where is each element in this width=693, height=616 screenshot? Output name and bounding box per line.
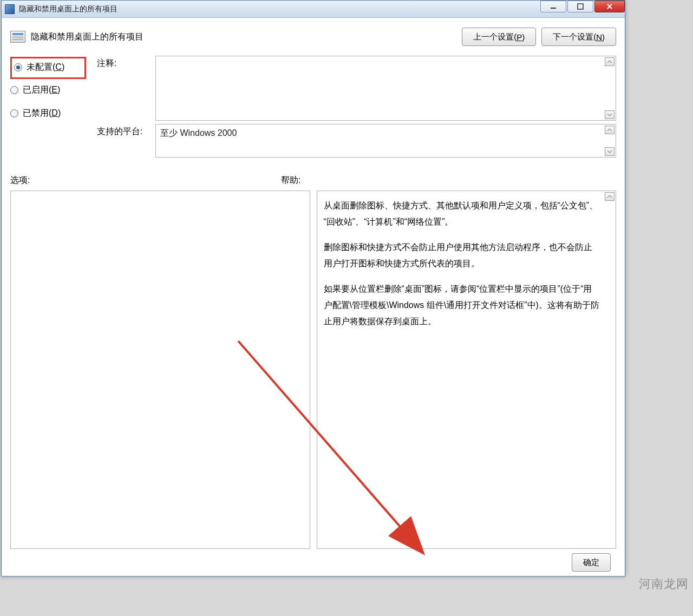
help-paragraph: 如果要从位置栏删除“桌面”图标，请参阅“位置栏中显示的项目”(位于“用户配置\管… [324,281,601,329]
radio-not-configured[interactable]: 未配置(C) [14,62,80,73]
scroll-up-button[interactable] [605,126,614,134]
nav-buttons: 上一个设置(P) 下一个设置(N) [462,28,616,46]
fields-column: 注释: 支持的平台: 至少 Windows 2000 [97,56,616,161]
radio-icon [10,86,18,94]
scroll-up-button[interactable] [605,57,614,66]
ok-button[interactable]: 确定 [572,553,611,572]
minimize-button[interactable] [540,1,566,12]
config-row: 未配置(C) 已启用(E) 已禁用(D) 注释: [10,56,616,161]
footer: 确定 [10,549,616,576]
radio-disabled[interactable]: 已禁用(D) [10,108,97,119]
svg-rect-1 [578,4,583,9]
options-label: 选项: [10,175,281,186]
chevron-up-icon [607,195,612,198]
radio-enabled-label: 已启用(E) [23,84,60,96]
radio-icon [10,109,18,117]
titlebar: 隐藏和禁用桌面上的所有项目 [2,1,625,18]
radio-not-configured-label: 未配置(C) [27,62,64,73]
previous-setting-button[interactable]: 上一个设置(P) [462,28,536,46]
help-paragraph: 删除图标和快捷方式不会防止用户使用其他方法启动程序，也不会防止用户打开图标和快捷… [324,239,601,271]
policy-icon [10,31,25,43]
scroll-down-button[interactable] [605,147,614,156]
highlight-annotation: 未配置(C) [10,57,86,79]
panels-row: 从桌面删除图标、快捷方式、其他默认项和用户定义项，包括“公文包”、“回收站”、“… [10,191,616,549]
platform-label: 支持的平台: [97,124,155,158]
header-row: 隐藏和禁用桌面上的所有项目 上一个设置(P) 下一个设置(N) [10,28,616,46]
chevron-up-icon [607,60,612,63]
svg-rect-0 [551,8,556,9]
comment-label: 注释: [97,56,155,121]
content-area: 隐藏和禁用桌面上的所有项目 上一个设置(P) 下一个设置(N) 未配置(C) [2,18,625,576]
help-panel: 从桌面删除图标、快捷方式、其他默认项和用户定义项，包括“公文包”、“回收站”、“… [317,191,617,549]
policy-editor-window: 隐藏和禁用桌面上的所有项目 隐藏和禁用桌面上的所有项目 上一个设置(P) 下一个… [1,0,625,576]
maximize-button[interactable] [567,1,593,12]
options-panel [10,191,310,549]
radio-column: 未配置(C) 已启用(E) 已禁用(D) [10,56,97,161]
help-paragraph: 从桌面删除图标、快捷方式、其他默认项和用户定义项，包括“公文包”、“回收站”、“… [324,198,601,230]
platform-row: 支持的平台: 至少 Windows 2000 [97,124,616,158]
minimize-icon [550,3,557,10]
chevron-down-icon [607,113,612,116]
window-title: 隐藏和禁用桌面上的所有项目 [19,4,539,14]
radio-enabled[interactable]: 已启用(E) [10,84,97,96]
watermark-text: 河南龙网 [639,576,689,592]
policy-title: 隐藏和禁用桌面上的所有项目 [31,31,462,43]
section-labels: 选项: 帮助: [10,175,616,186]
app-icon [5,4,15,14]
scroll-down-button[interactable] [605,110,614,119]
help-label: 帮助: [281,175,300,186]
radio-icon [14,63,22,71]
window-controls [539,1,625,17]
scroll-up-button[interactable] [605,192,614,201]
radio-disabled-label: 已禁用(D) [23,108,61,119]
chevron-up-icon [607,128,612,132]
maximize-icon [577,3,584,10]
platform-value: 至少 Windows 2000 [155,124,616,158]
close-button[interactable] [594,1,625,12]
close-icon [606,3,613,10]
comment-input[interactable] [155,56,616,121]
chevron-down-icon [607,150,612,153]
next-setting-button[interactable]: 下一个设置(N) [541,28,616,46]
comment-row: 注释: [97,56,616,121]
